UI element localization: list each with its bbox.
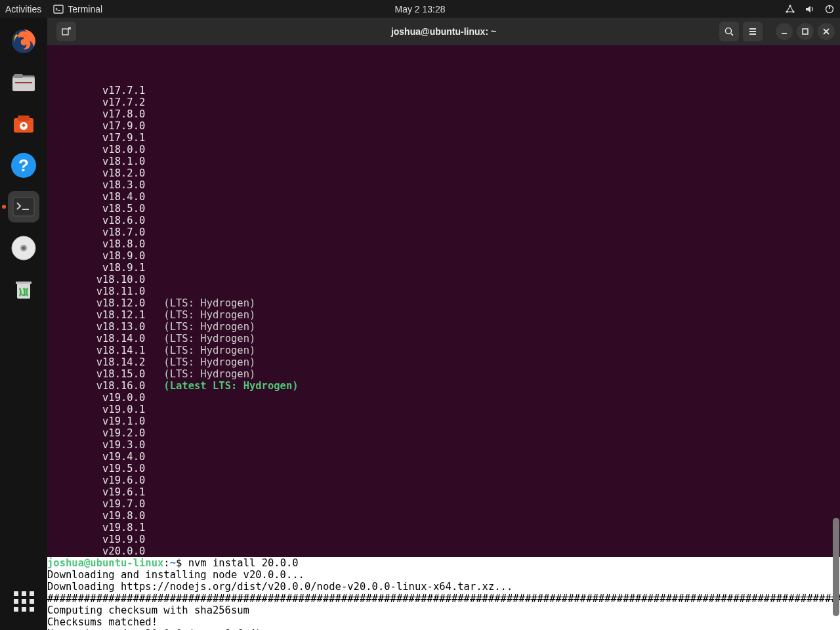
svg-rect-22	[16, 282, 32, 284]
version-line: v19.8.0	[47, 510, 840, 522]
version-line: v18.15.0 (LTS: Hydrogen)	[47, 368, 840, 380]
dock-firefox[interactable]	[8, 26, 39, 57]
close-button[interactable]	[818, 23, 835, 40]
version-line: v18.9.1	[47, 262, 840, 274]
dock-help[interactable]: ?	[8, 150, 39, 181]
version-line: v17.7.1	[47, 85, 840, 96]
search-button[interactable]	[719, 22, 739, 41]
svg-rect-12	[18, 116, 30, 121]
version-line: v19.6.0	[47, 474, 840, 486]
topbar-app-label: Terminal	[68, 4, 102, 14]
svg-rect-21	[17, 283, 30, 299]
dock-software[interactable]	[8, 108, 39, 140]
version-line: v18.5.0	[47, 203, 840, 215]
version-line: v18.0.0	[47, 144, 840, 156]
dock-disc[interactable]	[8, 232, 39, 264]
svg-line-26	[731, 33, 733, 35]
version-line: v18.8.0	[47, 238, 840, 250]
minimize-button[interactable]	[776, 23, 793, 40]
terminal-titlebar: joshua@ubuntu-linux: ~	[47, 18, 840, 45]
svg-rect-10	[15, 82, 32, 83]
version-line: v19.2.0	[47, 427, 840, 439]
svg-rect-9	[14, 74, 23, 78]
version-line: v18.2.0	[47, 167, 840, 179]
version-line: v19.0.1	[47, 404, 840, 415]
version-line: v19.3.0	[47, 439, 840, 451]
version-line: v20.0.0	[47, 545, 840, 557]
version-line: v18.16.0 (Latest LTS: Hydrogen)	[47, 380, 840, 392]
volume-icon[interactable]	[805, 4, 815, 14]
terminal-output-area[interactable]: v17.7.1 v17.7.2 v17.8.0 v17.9.0 v17.9.1 …	[47, 45, 840, 630]
svg-rect-16	[13, 198, 34, 216]
terminal-window: joshua@ubuntu-linux: ~ v17.7.1	[47, 18, 840, 630]
hamburger-menu-button[interactable]	[743, 22, 763, 41]
svg-rect-0	[54, 5, 63, 13]
maximize-button[interactable]	[797, 23, 814, 40]
svg-rect-24	[62, 29, 68, 35]
version-line: v17.7.2	[47, 96, 840, 108]
version-line: v19.1.0	[47, 415, 840, 427]
version-line: v19.4.0	[47, 451, 840, 463]
svg-rect-8	[12, 77, 35, 91]
svg-point-20	[22, 247, 25, 249]
activities-button[interactable]: Activities	[5, 4, 41, 14]
gnome-topbar: Activities Terminal May 2 13:28	[0, 0, 840, 18]
version-line: v18.10.0	[47, 274, 840, 285]
version-line: v17.9.1	[47, 132, 840, 144]
version-line: v19.7.0	[47, 498, 840, 510]
scrollbar-thumb[interactable]	[833, 518, 839, 616]
version-line: v19.9.0	[47, 534, 840, 545]
dock-trash[interactable]	[8, 274, 39, 305]
version-line: v18.3.0	[47, 179, 840, 191]
version-line: v19.5.0	[47, 463, 840, 474]
terminal-icon	[53, 4, 64, 14]
version-line: v17.9.0	[47, 120, 840, 132]
window-title: joshua@ubuntu-linux: ~	[391, 26, 496, 37]
version-line: v18.11.0	[47, 285, 840, 297]
version-line: v18.12.0 (LTS: Hydrogen)	[47, 297, 840, 309]
version-line: v18.9.0	[47, 250, 840, 262]
version-line: v18.13.0 (LTS: Hydrogen)	[47, 321, 840, 333]
dock-files[interactable]	[8, 67, 39, 98]
command-output-block: joshua@ubuntu-linux:~$ nvm install 20.0.…	[47, 557, 840, 630]
show-applications-button[interactable]	[8, 585, 39, 617]
version-line: v18.14.1 (LTS: Hydrogen)	[47, 345, 840, 356]
version-line: v18.7.0	[47, 226, 840, 238]
version-line: v19.0.0	[47, 392, 840, 404]
topbar-clock[interactable]: May 2 13:28	[394, 4, 445, 14]
svg-rect-28	[803, 29, 808, 34]
version-line: v18.12.1 (LTS: Hydrogen)	[47, 309, 840, 321]
network-icon[interactable]	[785, 4, 795, 14]
version-line: v19.8.1	[47, 522, 840, 534]
power-icon[interactable]	[824, 4, 835, 14]
version-line: v18.4.0	[47, 191, 840, 203]
svg-text:?: ?	[18, 156, 29, 175]
version-line: v17.8.0	[47, 108, 840, 120]
scrollbar[interactable]	[832, 45, 840, 630]
new-tab-button[interactable]	[56, 22, 76, 41]
version-line: v18.14.2 (LTS: Hydrogen)	[47, 356, 840, 368]
dock-terminal[interactable]	[8, 191, 39, 222]
topbar-app-menu[interactable]: Terminal	[53, 4, 102, 14]
ubuntu-dock: ?	[0, 18, 47, 630]
version-line: v19.6.1	[47, 486, 840, 498]
version-line: v18.6.0	[47, 215, 840, 226]
version-line: v18.1.0	[47, 156, 840, 167]
version-line: v18.14.0 (LTS: Hydrogen)	[47, 333, 840, 345]
svg-point-25	[726, 28, 732, 34]
